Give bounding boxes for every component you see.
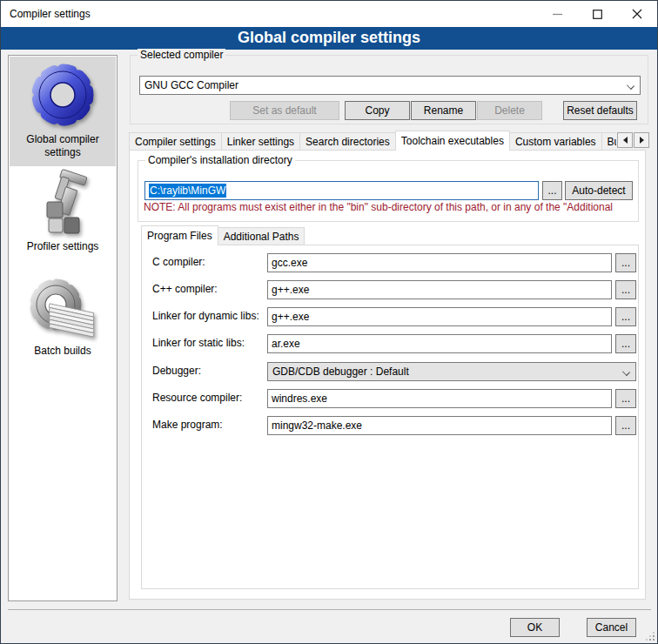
debugger-label: Debugger: [152,365,201,377]
resource-compiler-browse-button[interactable]: ... [615,389,636,408]
gray-gear-stack-icon [10,275,116,343]
sidebar-item-label: Profiler settings [10,238,116,253]
arrow-left-icon [623,137,628,144]
static-linker-input[interactable]: ar.exe [267,334,612,353]
make-program-label: Make program: [152,419,223,431]
compiler-select[interactable]: GNU GCC Compiler [139,76,641,95]
chevron-down-icon [627,82,634,90]
tab-toolchain-executables[interactable]: Toolchain executables [395,131,510,151]
close-button[interactable] [617,1,657,27]
static-linker-browse-button[interactable]: ... [615,334,636,353]
sidebar-item-global-compiler-settings[interactable]: Global compiler settings [10,57,116,166]
tab-build-options[interactable]: Build options [601,132,616,151]
dynamic-linker-label: Linker for dynamic libs: [152,310,259,322]
make-program-browse-button[interactable]: ... [615,416,636,435]
maximize-icon [593,10,602,19]
copy-button[interactable]: Copy [345,101,410,120]
tab-scroll-left-button[interactable] [617,132,633,148]
compiler-tabs: Compiler settings Linker settings Search… [129,131,616,151]
blue-gear-icon [10,60,116,131]
settings-category-list: Global compiler settings [8,55,118,601]
cancel-button[interactable]: Cancel [587,618,636,637]
sidebar-item-label: Batch builds [10,343,116,358]
dynamic-linker-browse-button[interactable]: ... [615,307,636,326]
tab-compiler-settings[interactable]: Compiler settings [129,132,222,151]
sidebar-item-batch-builds[interactable]: Batch builds [10,275,116,362]
ok-button[interactable]: OK [510,618,560,637]
title-bar: Compiler settings [1,1,657,27]
toolchain-executables-page: Compiler's installation directory C:\ray… [129,150,646,600]
dialog-header: Global compiler settings [1,27,657,50]
selected-compiler-group-label: Selected compiler [138,49,225,61]
footer-separator [8,609,651,610]
make-program-input[interactable]: mingw32-make.exe [267,416,612,435]
compiler-settings-dialog: Compiler settings Global compiler settin… [0,0,658,644]
tab-linker-settings[interactable]: Linker settings [221,132,300,151]
installation-directory-browse-button[interactable]: ... [542,181,562,200]
chevron-down-icon [622,368,630,376]
minimize-button[interactable] [537,1,577,27]
resize-grip-icon[interactable] [653,639,655,641]
resource-compiler-input[interactable]: windres.exe [267,389,612,408]
tab-scroll-right-button[interactable] [634,132,649,148]
installation-directory-input[interactable]: C:\raylib\MinGW [144,181,539,200]
caliper-blocks-icon [10,169,116,238]
minimize-icon [553,10,562,19]
delete-button[interactable]: Delete [477,101,542,120]
arrow-right-icon [640,137,644,144]
cpp-compiler-label: C++ compiler: [152,283,218,295]
subtab-additional-paths[interactable]: Additional Paths [218,227,306,245]
compiler-select-value: GNU GCC Compiler [144,79,238,91]
auto-detect-button[interactable]: Auto-detect [565,181,633,200]
window-title: Compiler settings [10,8,91,20]
dialog-header-title: Global compiler settings [238,29,420,46]
rename-button[interactable]: Rename [411,101,476,120]
reset-defaults-button[interactable]: Reset defaults [563,101,637,120]
program-files-panel: C compiler: gcc.exe ... C++ compiler: g+… [141,245,639,589]
installation-directory-note: NOTE: All programs must exist either in … [144,201,645,213]
selected-compiler-group: Selected compiler GNU GCC Compiler Set a… [130,55,648,124]
subtab-program-files[interactable]: Program Files [141,225,218,245]
close-icon [632,9,642,19]
debugger-select[interactable]: GDB/CDB debugger : Default [267,362,636,381]
installation-directory-value: C:\raylib\MinGW [149,184,226,198]
cpp-compiler-input[interactable]: g++.exe [267,280,612,299]
c-compiler-browse-button[interactable]: ... [615,253,636,272]
caption-buttons [537,1,657,27]
static-linker-label: Linker for static libs: [152,337,245,349]
cpp-compiler-browse-button[interactable]: ... [615,280,636,299]
maximize-button[interactable] [577,1,617,27]
set-as-default-button[interactable]: Set as default [230,101,339,120]
installation-directory-group-label: Compiler's installation directory [145,154,295,166]
dynamic-linker-input[interactable]: g++.exe [267,307,612,326]
debugger-select-value: GDB/CDB debugger : Default [272,366,409,378]
tab-custom-variables[interactable]: Custom variables [509,132,602,151]
tab-search-directories[interactable]: Search directories [299,132,396,151]
c-compiler-label: C compiler: [152,256,205,268]
c-compiler-input[interactable]: gcc.exe [267,253,612,272]
sidebar-item-label: Global compiler settings [10,131,116,159]
program-subtabs: Program Files Additional Paths [141,225,305,245]
resource-compiler-label: Resource compiler: [152,392,242,404]
sidebar-item-profiler-settings[interactable]: Profiler settings [10,169,116,256]
